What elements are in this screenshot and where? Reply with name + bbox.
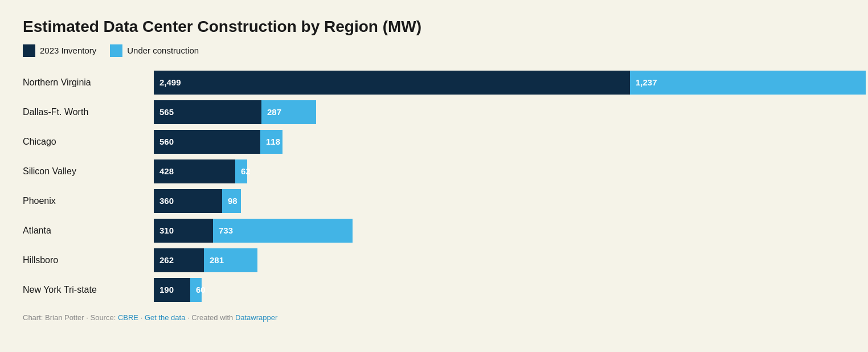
region-label: Atlanta	[23, 226, 154, 236]
getdata-link[interactable]: Get the data	[145, 313, 186, 322]
chart-area: Northern Virginia2,4991,237Dallas-Ft. Wo…	[23, 69, 845, 303]
bar-inventory: 560	[154, 130, 260, 154]
bar-construction: 98	[222, 189, 241, 213]
bar-construction-label: 60	[196, 285, 206, 294]
legend-construction: Under construction	[110, 44, 199, 57]
legend: 2023 Inventory Under construction	[23, 44, 845, 57]
bar-row: Dallas-Ft. Worth565287	[23, 99, 845, 125]
bar-inventory-label: 262	[159, 255, 174, 265]
region-label: Silicon Valley	[23, 166, 154, 177]
bar-construction: 118	[260, 130, 282, 154]
bar-inventory: 565	[154, 100, 261, 124]
bar-construction-label: 98	[228, 196, 238, 206]
bar-row: New York Tri-state19060	[23, 277, 845, 303]
bar-construction: 733	[213, 219, 353, 243]
bar-inventory: 262	[154, 248, 204, 272]
bar-construction: 287	[261, 100, 316, 124]
legend-inventory-label: 2023 Inventory	[40, 46, 96, 55]
bar-construction-label: 118	[266, 137, 280, 146]
bar-construction-label: 1,237	[636, 77, 657, 87]
bars-container: 310733	[154, 219, 845, 243]
bars-container: 36098	[154, 189, 845, 213]
bar-inventory: 360	[154, 189, 222, 213]
bars-container: 42862	[154, 159, 845, 183]
bar-inventory-label: 565	[159, 107, 174, 117]
legend-swatch-dark	[23, 44, 35, 57]
bar-inventory: 310	[154, 219, 213, 243]
bar-inventory-label: 560	[159, 137, 174, 146]
bar-construction-label: 281	[210, 255, 224, 265]
footer-text1: Chart: Brian Potter · Source:	[23, 313, 118, 322]
bar-construction: 60	[190, 278, 202, 302]
bar-inventory-label: 310	[159, 226, 174, 235]
bar-inventory: 190	[154, 278, 190, 302]
legend-construction-label: Under construction	[127, 46, 199, 55]
footer-text2: ·	[138, 313, 145, 322]
region-label: Chicago	[23, 137, 154, 147]
legend-swatch-light	[110, 44, 122, 57]
bar-construction-label: 733	[219, 226, 233, 235]
bar-inventory-label: 2,499	[159, 77, 181, 87]
bar-inventory-label: 190	[159, 285, 174, 294]
bar-construction-label: 62	[241, 166, 251, 176]
bars-container: 19060	[154, 278, 845, 302]
chart-footer: Chart: Brian Potter · Source: CBRE · Get…	[23, 313, 845, 322]
bar-row: Atlanta310733	[23, 218, 845, 244]
bar-construction-label: 287	[267, 107, 281, 117]
bars-container: 2,4991,237	[154, 71, 866, 95]
region-label: New York Tri-state	[23, 285, 154, 295]
bar-row: Northern Virginia2,4991,237	[23, 69, 845, 96]
region-label: Dallas-Ft. Worth	[23, 107, 154, 117]
bar-inventory: 2,499	[154, 71, 630, 95]
region-label: Northern Virginia	[23, 77, 154, 88]
bar-row: Silicon Valley42862	[23, 158, 845, 185]
bar-row: Phoenix36098	[23, 188, 845, 214]
region-label: Hillsboro	[23, 255, 154, 265]
chart-title: Estimated Data Center Construction by Re…	[23, 17, 845, 36]
region-label: Phoenix	[23, 196, 154, 206]
cbre-link[interactable]: CBRE	[118, 313, 138, 322]
footer-text3: · Created with	[185, 313, 235, 322]
bars-container: 262281	[154, 248, 845, 272]
bar-construction: 1,237	[630, 71, 866, 95]
bar-construction: 62	[235, 159, 247, 183]
bar-construction: 281	[204, 248, 257, 272]
bar-row: Chicago560118	[23, 129, 845, 155]
bar-inventory: 428	[154, 159, 235, 183]
datawrapper-link[interactable]: Datawrapper	[235, 313, 277, 322]
bar-inventory-label: 428	[159, 166, 174, 176]
legend-inventory: 2023 Inventory	[23, 44, 96, 57]
bars-container: 560118	[154, 130, 845, 154]
bar-inventory-label: 360	[159, 196, 174, 206]
bar-row: Hillsboro262281	[23, 247, 845, 273]
bars-container: 565287	[154, 100, 845, 124]
